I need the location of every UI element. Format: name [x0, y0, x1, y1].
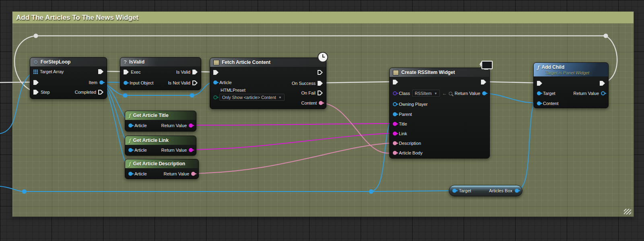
function-icon: ƒ	[537, 64, 539, 70]
article-pin[interactable]	[128, 148, 132, 152]
pin-row: HTMLPreset	[221, 87, 246, 94]
link-pin[interactable]	[393, 132, 397, 136]
node-title: Get Article Link	[133, 138, 169, 143]
article-pin[interactable]	[128, 124, 132, 128]
pin-label: Owning Player	[399, 102, 428, 107]
comment-title: Add The Articles To The News Widget	[16, 14, 138, 22]
pin-label: Is Valid	[176, 70, 190, 74]
node-header[interactable]: ? IsValid	[120, 58, 201, 66]
node-header[interactable]: ⚙ ForStepLoop	[30, 58, 107, 66]
is-valid-exec-pin[interactable]	[192, 70, 198, 74]
return-value-pin[interactable]	[189, 124, 193, 128]
node-header[interactable]: ƒ Get Article Link	[125, 136, 196, 145]
target-pin[interactable]	[537, 91, 541, 95]
pin-row	[481, 78, 486, 86]
node-title: IsValid	[129, 59, 144, 65]
comment-header[interactable]: Add The Articles To The News Widget	[12, 12, 634, 23]
target-pin[interactable]	[452, 189, 456, 193]
pin-row: Target	[537, 90, 555, 97]
node-get-article-link[interactable]: ƒ Get Article Link Article Return Value	[125, 136, 196, 156]
array-pin[interactable]	[33, 70, 38, 74]
is-not-valid-exec-pin[interactable]	[192, 80, 198, 85]
pin-row: Return Value	[455, 90, 486, 97]
exec-in-pin[interactable]	[124, 70, 129, 74]
step-exec-pin[interactable]	[33, 90, 39, 95]
pin-label: Article Body	[399, 150, 423, 155]
exec-out-pin[interactable]	[600, 81, 605, 86]
content-pin[interactable]	[319, 101, 323, 105]
node-title: Fetch Article Content	[222, 60, 270, 65]
pin-label: Input Object	[130, 80, 153, 85]
pin-row: Content	[537, 100, 559, 107]
pin-row: Article	[128, 122, 147, 129]
widget-monitor-icon	[481, 61, 493, 69]
node-articles-box[interactable]: Target Articles Box	[449, 185, 522, 196]
parent-pin[interactable]	[393, 112, 397, 116]
node-add-child[interactable]: ƒ Add Child Target is Panel Widget Targe…	[533, 62, 609, 108]
gear-icon: ⚙	[33, 59, 38, 65]
pin-row: On Success	[292, 80, 323, 87]
pin-row: Class RSSItem ▼ ←	[393, 90, 452, 97]
pin-row: Title	[393, 120, 407, 128]
pin-label: Exec	[131, 70, 140, 74]
html-preset-enum-pin[interactable]	[213, 95, 217, 99]
pin-label: Link	[399, 131, 407, 136]
node-fetch-article-content[interactable]: Fetch Article Content Article HTMLPreset…	[210, 58, 326, 109]
exec-out-pin[interactable]	[318, 70, 323, 75]
node-title: Get Article Description	[133, 161, 186, 167]
exec-out-pin[interactable]	[98, 69, 103, 74]
exec-in-pin[interactable]	[213, 70, 219, 75]
pin-row: Parent	[393, 111, 412, 118]
return-value-pin[interactable]	[601, 91, 605, 95]
pin-row: Owning Player	[393, 101, 428, 108]
return-value-pin[interactable]	[482, 91, 486, 95]
node-create-rssitem-widget[interactable]: Create RSSItem Widget Class RSSItem ▼ ← …	[389, 68, 490, 159]
html-preset-dropdown[interactable]: Only Show <article> Content ▼	[219, 94, 285, 101]
pin-row: Input Object	[124, 79, 153, 87]
node-header[interactable]: ƒ Get Article Title	[125, 111, 196, 120]
return-value-pin[interactable]	[191, 172, 195, 176]
article-pin[interactable]	[213, 80, 217, 84]
content-pin[interactable]	[537, 101, 541, 105]
node-get-article-title[interactable]: ƒ Get Article Title Article Return Value	[125, 111, 196, 132]
articles-box-out-pin[interactable]	[515, 189, 519, 193]
class-dropdown[interactable]: RSSItem ▼	[412, 90, 440, 97]
blueprint-canvas[interactable]: { "comment": { "title": "Add The Article…	[0, 0, 644, 241]
node-header[interactable]: Create RSSItem Widget	[390, 68, 489, 77]
node-for-step-loop[interactable]: ⚙ ForStepLoop Target Array Step Item Com…	[30, 57, 107, 99]
exec-out-pin[interactable]	[481, 80, 486, 84]
exec-in-pin[interactable]	[33, 80, 39, 85]
exec-in-pin[interactable]	[537, 81, 542, 86]
function-icon: ƒ	[128, 161, 131, 167]
on-fail-exec-pin[interactable]	[318, 91, 323, 95]
pin-label: Completed	[75, 90, 96, 95]
return-value-pin[interactable]	[189, 148, 193, 152]
use-selected-icon[interactable]: ←	[442, 91, 447, 96]
item-pin[interactable]	[99, 80, 103, 84]
owning-player-pin[interactable]	[393, 102, 397, 106]
article-body-pin[interactable]	[393, 151, 397, 155]
pin-label: Target	[543, 91, 555, 96]
title-pin[interactable]	[393, 122, 397, 126]
pin-row: Content	[301, 99, 323, 107]
input-object-pin[interactable]	[124, 81, 128, 85]
pin-label: Article	[134, 171, 147, 176]
completed-exec-pin[interactable]	[98, 90, 103, 95]
browse-icon[interactable]	[449, 92, 452, 95]
description-pin[interactable]	[393, 141, 397, 145]
node-header[interactable]: ƒ Get Article Description	[125, 159, 198, 168]
class-pin[interactable]	[393, 91, 397, 95]
article-pin[interactable]	[128, 172, 132, 176]
node-get-article-description[interactable]: ƒ Get Article Description Article Return…	[125, 159, 199, 179]
exec-in-pin[interactable]	[393, 80, 398, 84]
node-header[interactable]: Fetch Article Content	[210, 58, 326, 67]
node-is-valid[interactable]: ? IsValid Exec Input Object Is Valid Is …	[120, 57, 201, 90]
node-title: Add Child	[542, 64, 565, 70]
pin-row: Completed	[75, 89, 103, 96]
comment-resize-handle[interactable]	[624, 209, 631, 214]
pin-label: Return Value	[161, 123, 187, 128]
pin-row	[33, 79, 39, 86]
pin-row: Article	[128, 170, 147, 177]
on-success-exec-pin[interactable]	[318, 81, 323, 86]
node-header[interactable]: ƒ Add Child Target is Panel Widget	[534, 63, 608, 76]
